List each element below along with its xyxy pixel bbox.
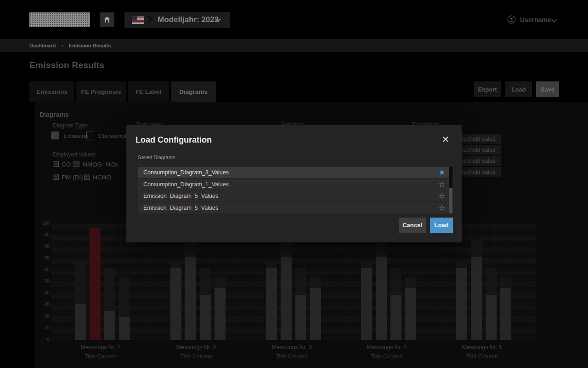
bar-value — [295, 295, 306, 340]
bar-value — [486, 295, 497, 340]
group-sublabel: Title Column — [341, 353, 433, 360]
bar-value — [456, 268, 467, 340]
breadcrumb-item-current: Emission Results — [69, 43, 111, 48]
star-filled-icon[interactable]: ★ — [439, 167, 445, 178]
chevron-right-icon — [145, 16, 153, 23]
saved-diagram-name: Emission_Diagram_5_Values — [143, 205, 218, 211]
tab-diagrams[interactable]: Diagrams — [171, 81, 216, 102]
export-button[interactable]: Export — [474, 81, 501, 97]
close-icon[interactable]: ✕ — [440, 133, 452, 145]
checkbox-nmog-nox-label: NMOG -NOx — [83, 161, 118, 168]
model-year-label: Modelljahr: 2023 — [158, 15, 219, 24]
bar-value — [266, 268, 277, 340]
y-axis-tick: -50 — [36, 279, 50, 284]
user-menu[interactable]: Username — [507, 15, 562, 25]
bar-value — [376, 257, 387, 340]
checkbox-pm-di[interactable] — [53, 174, 59, 180]
avatar-icon — [507, 15, 516, 24]
bar-value — [104, 311, 115, 340]
saved-diagram-row[interactable]: Emission_Diagram_5_Values☆ — [138, 202, 449, 213]
displayed-values-label: Displayed Values: — [53, 151, 96, 158]
modal-list-scrollbar[interactable] — [449, 167, 452, 213]
checkbox-co[interactable] — [53, 161, 59, 167]
app-root: Modelljahr: 2023 Username Dashboard › Em… — [0, 0, 588, 368]
bar-value — [281, 257, 292, 340]
saved-diagram-row[interactable]: Consumption_Diagram_1_Values☆ — [138, 179, 449, 190]
home-button[interactable] — [100, 12, 114, 27]
checkbox-co-label: CO — [62, 161, 71, 168]
breadcrumb: Dashboard › Emission Results — [0, 39, 588, 52]
bar-value — [390, 295, 401, 340]
username-label: Username — [520, 16, 551, 23]
saved-diagram-name: Consumption_Diagram_3_Values — [143, 169, 229, 176]
y-axis-tick: -60 — [36, 267, 50, 272]
checkbox-emission-label: Emission — [63, 132, 89, 139]
star-outline-icon[interactable]: ☆ — [439, 202, 445, 213]
bar-value — [200, 295, 211, 340]
bar-value — [170, 268, 181, 340]
tab-fe-prognosis[interactable]: FE Prognosis — [76, 81, 126, 102]
saved-diagram-row[interactable]: Consumption_Diagram_3_Values★ — [138, 167, 449, 178]
save-button[interactable]: Save — [536, 81, 559, 97]
y-axis-tick: -100 — [36, 221, 50, 226]
y-axis-tick: -30 — [36, 302, 50, 307]
bar-value — [471, 257, 482, 340]
scrollbar-thumb[interactable] — [449, 188, 452, 213]
load-button[interactable]: Load — [505, 81, 532, 97]
bar-value — [361, 268, 372, 340]
y-axis-tick: -70 — [36, 256, 50, 261]
star-outline-icon[interactable]: ☆ — [439, 190, 445, 201]
y-axis-tick: -10 — [36, 325, 50, 330]
bar-value — [75, 304, 86, 340]
saved-diagram-name: Consumption_Diagram_1_Values — [143, 181, 229, 188]
page-title: Emission Results — [29, 60, 104, 70]
home-icon — [103, 16, 111, 24]
y-axis-tick: -80 — [36, 244, 50, 249]
bar-value — [310, 288, 321, 340]
y-axis-tick: -20 — [36, 314, 50, 319]
bar-highlighted — [90, 228, 101, 340]
group-label: Messungs Nr. 4 — [341, 344, 433, 351]
y-axis-tick: 0 — [36, 337, 50, 342]
checkbox-emission[interactable] — [51, 132, 59, 139]
section-heading: Diagrams — [40, 111, 69, 118]
bar-value — [215, 288, 226, 340]
group-sublabel: Title Column — [150, 353, 242, 360]
group-sublabel: Title Column — [55, 353, 147, 360]
y-axis-tick: -40 — [36, 290, 50, 295]
bar-value — [119, 317, 130, 340]
chevron-down-icon — [551, 17, 557, 23]
y-axis-tick: -90 — [36, 232, 50, 237]
star-outline-icon[interactable]: ☆ — [439, 179, 445, 190]
modal-load-button[interactable]: Load — [430, 218, 453, 233]
brand-logo[interactable] — [29, 12, 90, 27]
load-configuration-modal: Load Configuration ✕ Saved Diagrams Cons… — [126, 125, 462, 242]
bar-value — [185, 257, 196, 340]
bar-value — [405, 288, 416, 340]
saved-diagrams-label: Saved Diagrams — [138, 155, 175, 160]
model-year-selector[interactable]: Modelljahr: 2023 — [124, 12, 230, 28]
group-sublabel: Title Column — [436, 353, 528, 360]
checkbox-hcho[interactable] — [84, 174, 90, 180]
tab-emissions[interactable]: Emissions — [29, 81, 74, 102]
us-flag-icon — [132, 16, 144, 24]
diagram-type-label: Diagram Type: — [53, 122, 89, 129]
group-label: Messungs Nr. 1 — [55, 344, 147, 351]
group-label: Messungs Nr. 2 — [150, 344, 242, 351]
group-label: Messungs Nr. 3 — [246, 344, 338, 351]
breadcrumb-chevron-icon: › — [57, 42, 68, 49]
saved-diagram-row[interactable]: Emission_Diagram_5_Values☆ — [138, 190, 449, 201]
group-sublabel: Title Column — [246, 353, 338, 360]
tab-fe-label[interactable]: FE Label — [128, 81, 169, 102]
checkbox-nmog-nox[interactable] — [74, 161, 79, 167]
group-label: Messungs Nr. 5 — [436, 344, 528, 351]
checkbox-consumptions[interactable] — [86, 132, 94, 139]
checkbox-pm-di-label: PM (DI) — [62, 174, 83, 181]
cancel-button[interactable]: Cancel — [399, 218, 426, 233]
modal-title: Load Configuration — [136, 135, 212, 145]
saved-diagram-name: Emission_Diagram_5_Values — [143, 193, 218, 199]
checkbox-hcho-label: HCHO — [93, 174, 111, 181]
breadcrumb-item-dashboard[interactable]: Dashboard — [29, 43, 56, 48]
bar-value — [500, 288, 511, 340]
